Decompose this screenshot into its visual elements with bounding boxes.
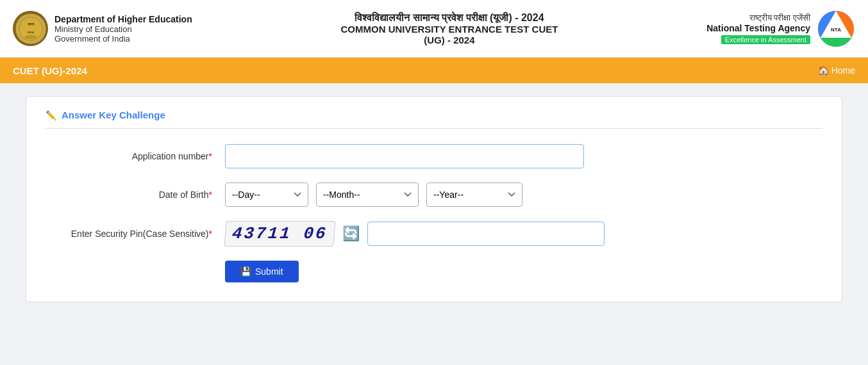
- month-select[interactable]: --Month-- --Month--JanuaryFebruaryMarchA…: [316, 182, 419, 207]
- security-label: Enter Security Pin(Case Sensitive)*: [46, 229, 225, 239]
- dept-name: Department of Higher Education: [54, 14, 192, 24]
- dob-required: *: [209, 190, 212, 200]
- home-link[interactable]: 🏠 Home: [818, 65, 855, 76]
- security-required: *: [209, 229, 212, 239]
- svg-text:भारत: भारत: [28, 22, 35, 26]
- header-right: राष्ट्रीय परीक्षा एजेंसी National Testin…: [706, 10, 855, 48]
- main-content: ✏️ Answer Key Challenge Application numb…: [0, 83, 868, 315]
- title-english-line2: (UG) - 2024: [192, 35, 707, 45]
- dept-info: Department of Higher Education Ministry …: [54, 14, 192, 44]
- header-left: भारत INDIA Department of Higher Educatio…: [13, 11, 192, 46]
- svg-point-4: [24, 35, 37, 39]
- nta-tagline: Excellence in Assessment: [721, 35, 810, 44]
- nta-hindi: राष्ट्रीय परीक्षा एजेंसी: [706, 13, 810, 23]
- navbar-brand: CUET (UG)-2024: [13, 65, 87, 76]
- navbar: CUET (UG)-2024 🏠 Home: [0, 58, 868, 83]
- security-pin-input[interactable]: [367, 222, 605, 246]
- page-header: भारत INDIA Department of Higher Educatio…: [0, 0, 868, 58]
- nta-info: राष्ट्रीय परीक्षा एजेंसी National Testin…: [706, 13, 810, 45]
- nta-logo: NTA: [817, 10, 855, 48]
- application-number-input[interactable]: [225, 144, 584, 168]
- govt-emblem: भारत INDIA: [13, 11, 48, 46]
- form-card: ✏️ Answer Key Challenge Application numb…: [26, 96, 842, 302]
- card-title: Answer Key Challenge: [62, 110, 165, 120]
- title-english-line1: COMMON UNIVERSITY ENTRANCE TEST CUET: [192, 24, 707, 35]
- dob-row: Date of Birth* --Day-- --Day--1234567891…: [46, 182, 822, 207]
- year-select[interactable]: --Year-- --Year--19901991199219931994199…: [426, 182, 522, 207]
- dob-label: Date of Birth*: [46, 190, 225, 200]
- home-label: Home: [831, 65, 855, 76]
- security-group: 43711 06 🔄: [225, 221, 605, 247]
- dept-sub2: Government of India: [54, 34, 192, 44]
- refresh-captcha-icon[interactable]: 🔄: [342, 225, 360, 242]
- svg-text:NTA: NTA: [831, 27, 841, 33]
- header-center: विश्वविद्यालयीन सामान्य प्रवेश परीक्षा (…: [192, 12, 707, 45]
- submit-button[interactable]: 💾 Submit: [225, 261, 299, 282]
- app-number-row: Application number*: [46, 144, 822, 168]
- title-hindi: विश्वविद्यालयीन सामान्य प्रवेश परीक्षा (…: [192, 12, 707, 24]
- dept-sub1: Ministry of Education: [54, 24, 192, 34]
- svg-text:INDIA: INDIA: [27, 31, 34, 34]
- security-row: Enter Security Pin(Case Sensitive)* 4371…: [46, 221, 822, 247]
- dob-group: --Day-- --Day--1234567891011121314151617…: [225, 182, 522, 207]
- app-number-label: Application number*: [46, 151, 225, 161]
- submit-row: 💾 Submit: [225, 261, 822, 282]
- submit-icon: 💾: [240, 266, 251, 277]
- app-number-required: *: [209, 151, 212, 161]
- nta-english: National Testing Agency: [706, 23, 810, 33]
- day-select[interactable]: --Day-- --Day--1234567891011121314151617…: [225, 182, 308, 207]
- card-header: ✏️ Answer Key Challenge: [46, 110, 822, 129]
- edit-icon: ✏️: [46, 110, 56, 120]
- captcha-display: 43711 06: [224, 221, 335, 247]
- home-icon: 🏠: [818, 65, 829, 76]
- submit-label: Submit: [255, 266, 283, 277]
